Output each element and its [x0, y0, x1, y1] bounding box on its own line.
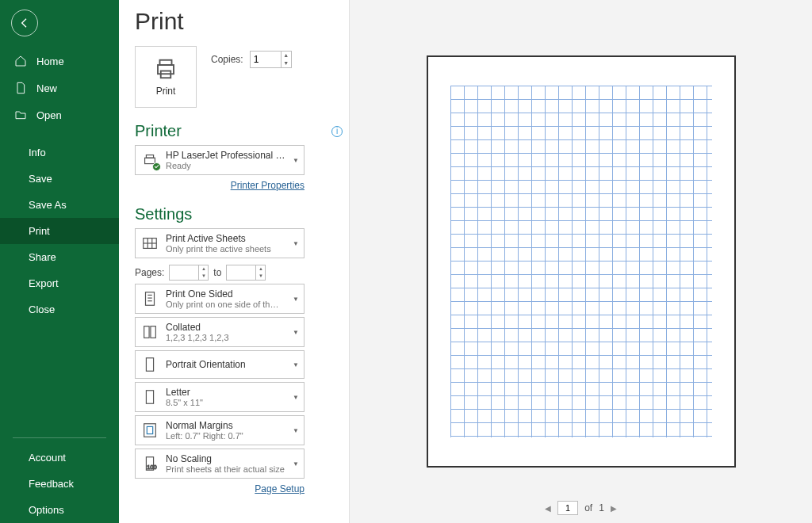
prev-page-button[interactable]: ◀ [545, 504, 551, 513]
nav-account[interactable]: Account [0, 445, 119, 471]
chevron-down-icon: ▼ [293, 240, 299, 247]
copies-up[interactable]: ▲ [282, 52, 291, 59]
nav-divider [13, 437, 106, 438]
nav-info[interactable]: Info [0, 139, 119, 166]
nav-open[interactable]: Open [0, 101, 119, 128]
home-icon [14, 55, 27, 67]
preview-grid [450, 86, 712, 437]
svg-rect-18 [147, 426, 152, 433]
chevron-down-icon: ▼ [293, 157, 299, 164]
sheets-icon [140, 234, 159, 253]
sides-dropdown[interactable]: Print One SidedOnly print on one side of… [135, 284, 304, 314]
printer-icon [154, 57, 178, 81]
printer-status-icon [140, 151, 159, 170]
page-setup-link[interactable]: Page Setup [135, 483, 304, 494]
app-root: Home New Open Info Save Save As Print Sh… [0, 0, 812, 523]
preview-page [427, 55, 736, 468]
svg-rect-13 [144, 326, 149, 338]
svg-rect-16 [146, 391, 153, 404]
nav-close[interactable]: Close [0, 296, 119, 323]
next-page-button[interactable]: ▶ [611, 504, 617, 513]
scaling-icon: 100 [140, 454, 159, 473]
chevron-down-icon: ▼ [293, 427, 299, 434]
nav-home[interactable]: Home [0, 48, 119, 74]
nav-save[interactable]: Save [0, 166, 119, 192]
pages-to-input[interactable] [227, 265, 255, 280]
chevron-down-icon: ▼ [293, 460, 299, 468]
printer-status: Ready [166, 161, 286, 170]
pages-to-label: to [213, 267, 221, 278]
printer-dropdown[interactable]: HP LaserJet Professional P 1… Ready ▼ [135, 145, 304, 175]
svg-rect-4 [146, 155, 153, 158]
print-button[interactable]: Print [135, 46, 197, 108]
pages-from-spinner[interactable]: ▲▼ [169, 265, 209, 281]
print-preview: ◀ of 1 ▶ [349, 0, 812, 523]
current-page-input[interactable] [557, 501, 578, 515]
portrait-icon [140, 355, 159, 374]
nav-label: Home [36, 55, 64, 67]
nav-label: Open [36, 109, 62, 121]
scaling-dropdown[interactable]: 100 No ScalingPrint sheets at their actu… [135, 449, 304, 479]
margins-dropdown[interactable]: Normal MarginsLeft: 0.7" Right: 0.7" ▼ [135, 415, 304, 445]
print-what-dropdown[interactable]: Print Active SheetsOnly print the active… [135, 228, 304, 258]
new-icon [14, 82, 27, 94]
svg-rect-15 [146, 358, 153, 372]
paper-size-dropdown[interactable]: Letter8.5" x 11" ▼ [135, 382, 304, 412]
content-area: Print Print Copies: ▲▼ Printer i [119, 0, 812, 523]
printer-name: HP LaserJet Professional P 1… [166, 150, 286, 161]
back-button[interactable] [11, 10, 38, 36]
info-icon[interactable]: i [331, 126, 343, 137]
paper-icon [140, 387, 159, 407]
margins-icon [140, 421, 159, 440]
chevron-down-icon: ▼ [293, 361, 299, 368]
print-settings-panel: Print Print Copies: ▲▼ Printer i [119, 0, 349, 523]
printer-heading: Printer [135, 122, 182, 140]
pages-to-spinner[interactable]: ▲▼ [226, 265, 266, 281]
svg-text:100: 100 [147, 464, 156, 471]
pager-of-label: of [584, 502, 592, 513]
nav-feedback[interactable]: Feedback [0, 471, 119, 497]
nav-export[interactable]: Export [0, 270, 119, 296]
chevron-down-icon: ▼ [293, 296, 299, 303]
pages-label: Pages: [135, 267, 164, 278]
svg-rect-17 [144, 424, 156, 437]
chevron-down-icon: ▼ [293, 394, 299, 401]
copies-label: Copies: [211, 54, 243, 65]
printer-properties-link[interactable]: Printer Properties [135, 180, 304, 191]
nav-options[interactable]: Options [0, 497, 119, 523]
collate-dropdown[interactable]: Collated1,2,3 1,2,3 1,2,3 ▼ [135, 317, 304, 347]
chevron-down-icon: ▼ [293, 329, 299, 336]
pages-from-input[interactable] [170, 265, 198, 280]
nav-new[interactable]: New [0, 74, 119, 101]
svg-rect-9 [146, 292, 155, 306]
nav-saveas[interactable]: Save As [0, 192, 119, 218]
copies-spinner[interactable]: ▲▼ [250, 51, 292, 68]
open-icon [14, 109, 27, 121]
nav-label: New [36, 82, 57, 94]
pager-total: 1 [599, 502, 604, 513]
nav-print[interactable]: Print [0, 218, 119, 244]
copies-down[interactable]: ▼ [282, 59, 291, 67]
one-sided-icon [140, 289, 159, 308]
print-button-label: Print [156, 86, 176, 97]
copies-input[interactable] [251, 54, 281, 65]
page-navigator: ◀ of 1 ▶ [545, 501, 617, 515]
page-title: Print [135, 8, 349, 35]
svg-rect-14 [151, 326, 155, 338]
backstage-sidebar: Home New Open Info Save Save As Print Sh… [0, 0, 119, 523]
orientation-dropdown[interactable]: Portrait Orientation ▼ [135, 350, 304, 379]
collate-icon [140, 323, 159, 342]
settings-heading: Settings [135, 205, 192, 223]
nav-share[interactable]: Share [0, 244, 119, 270]
